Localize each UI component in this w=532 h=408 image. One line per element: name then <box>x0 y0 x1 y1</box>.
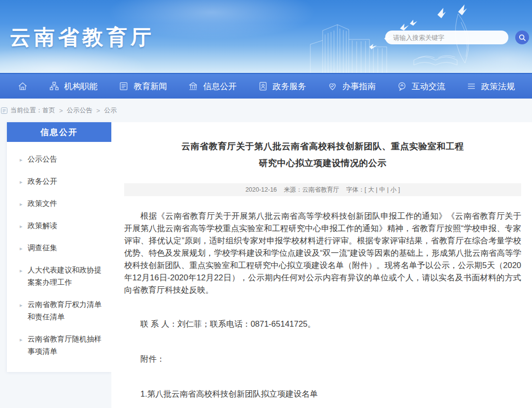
sidebar-item-label: 人大代表建议和政协提案案办理工作 <box>28 266 101 286</box>
article-date: 2020-12-16 <box>245 186 277 193</box>
breadcrumb-link-home[interactable]: 首页 <box>42 106 55 115</box>
site-title: 云南省教育厅 <box>10 24 155 51</box>
sidebar-item-quanliqingdan[interactable]: ▸ 云南省教育厅权力清单和责任清单 <box>7 293 111 328</box>
article-source: 来源：云南省教育厅 <box>284 186 339 194</box>
nav-item-label: 教育新闻 <box>133 81 167 92</box>
search-bar <box>385 31 529 44</box>
sidebar-item-diaochazhengji[interactable]: ▸ 调查征集 <box>7 237 111 259</box>
search-button[interactable] <box>515 31 529 44</box>
list-icon <box>466 81 477 92</box>
nav-item-label: 互动交流 <box>412 81 445 92</box>
search-input[interactable] <box>385 31 508 44</box>
article-paragraph: 根据《云南省教育厅关于开展第八批云南省高等学校科技创新团队申报工作的通知》《云南… <box>124 210 521 296</box>
sidebar-item-label: 政策解读 <box>28 221 57 230</box>
chat-bubble-icon <box>397 81 407 92</box>
sidebar-item-zhengcewenjian[interactable]: ▸ 政策文件 <box>7 192 111 214</box>
nav-item-label: 机构职能 <box>64 81 98 92</box>
article-meta-bar: 2020-12-16 来源：云南省教育厅 字体：[ 大 | 中 | 小 ] <box>124 183 521 196</box>
breadcrumb: 当前位置： 首页 > 公示公告 > 公示 <box>0 99 532 122</box>
nav-item-news[interactable]: 教育新闻 <box>118 81 167 92</box>
sidebar-item-label: 云南省教育厅权力清单和责任清单 <box>28 300 101 321</box>
nav-item-org[interactable]: 机构职能 <box>49 81 98 92</box>
sidebar-item-chouyangqingdan[interactable]: ▸ 云南省教育厅随机抽样事项清单 <box>7 328 111 362</box>
sidebar: 信息公开 ▸ 公示公告 ▸ 政务公开 ▸ 政策文件 ▸ 政策解读 ▸ 调查征集 <box>7 122 111 372</box>
location-icon <box>1 107 7 114</box>
site-header: 云南省教育厅 <box>0 0 532 73</box>
sidebar-item-label: 公示公告 <box>28 155 57 163</box>
attachments-label: 附件： <box>124 353 521 365</box>
nav-item-service[interactable]: 政务服务 <box>258 81 306 92</box>
nav-item-label: 政策法规 <box>481 81 515 92</box>
nav-item-law[interactable]: 政策法规 <box>466 81 515 92</box>
caret-right-icon: ▸ <box>20 154 23 166</box>
sidebar-item-zhengwugongkai[interactable]: ▸ 政务公开 <box>7 170 111 192</box>
nav-item-home[interactable] <box>17 81 28 92</box>
breadcrumb-link-current[interactable]: 公示 <box>104 106 117 115</box>
bank-icon <box>188 81 199 92</box>
sidebar-item-label: 云南省教育厅随机抽样事项清单 <box>28 335 101 355</box>
main-navigation: 机构职能 教育新闻 信息公开 政务服务 <box>0 73 532 99</box>
caret-right-icon: ▸ <box>20 220 23 233</box>
nav-item-label: 政务服务 <box>273 81 306 92</box>
main-area: 信息公开 ▸ 公示公告 ▸ 政务公开 ▸ 政策文件 ▸ 政策解读 ▸ 调查征集 <box>0 122 532 408</box>
caret-right-icon: ▸ <box>20 334 23 346</box>
sidebar-list: ▸ 公示公告 ▸ 政务公开 ▸ 政策文件 ▸ 政策解读 ▸ 调查征集 ▸ 人大代… <box>7 142 111 372</box>
contact-line: 联 系 人：刘仁菲；联系电话：0871-65141725。 <box>124 318 521 330</box>
caret-right-icon: ▸ <box>20 176 23 188</box>
sidebar-item-zhengcejiedu[interactable]: ▸ 政策解读 <box>7 214 111 237</box>
breadcrumb-link-notices[interactable]: 公示公告 <box>67 106 93 115</box>
newspaper-icon <box>118 81 129 92</box>
nav-item-interact[interactable]: 互动交流 <box>397 81 445 92</box>
breadcrumb-prefix: 当前位置： <box>10 106 42 115</box>
caret-right-icon: ▸ <box>20 198 23 210</box>
nav-item-info[interactable]: 信息公开 <box>188 81 236 92</box>
org-chart-icon <box>49 81 60 92</box>
attachment-link-1[interactable]: 1.第八批云南省高校科技创新团队拟立项建设名单 <box>124 388 521 400</box>
sidebar-title: 信息公开 <box>7 122 111 142</box>
heart-check-icon <box>327 81 338 92</box>
sidebar-item-label: 调查征集 <box>28 243 57 252</box>
caret-right-icon: ▸ <box>20 299 23 311</box>
font-size-switcher[interactable]: 字体：[ 大 | 中 | 小 ] <box>346 186 400 194</box>
search-icon <box>519 34 526 41</box>
sidebar-item-gongshigonggao[interactable]: ▸ 公示公告 <box>7 148 111 170</box>
caret-right-icon: ▸ <box>20 242 23 255</box>
home-icon <box>17 81 28 92</box>
nav-item-label: 办事指南 <box>342 81 376 92</box>
breadcrumb-separator: > <box>59 107 63 114</box>
sidebar-item-renda[interactable]: ▸ 人大代表建议和政协提案案办理工作 <box>7 259 111 293</box>
article-title: 云南省教育厅关于第八批云南省高校科技创新团队、重点实验室和工程研究中心拟立项建设… <box>180 138 466 171</box>
breadcrumb-separator: > <box>97 107 100 114</box>
sidebar-item-label: 政策文件 <box>28 199 57 207</box>
caret-right-icon: ▸ <box>20 265 23 277</box>
nav-item-label: 信息公开 <box>203 81 236 92</box>
article-panel: 云南省教育厅关于第八批云南省高校科技创新团队、重点实验室和工程研究中心拟立项建设… <box>111 122 532 408</box>
sidebar-item-label: 政务公开 <box>28 177 57 185</box>
document-service-icon <box>258 81 268 92</box>
article-body: 根据《云南省教育厅关于开展第八批云南省高等学校科技创新团队申报工作的通知》《云南… <box>124 210 521 408</box>
nav-item-guide[interactable]: 办事指南 <box>327 81 376 92</box>
